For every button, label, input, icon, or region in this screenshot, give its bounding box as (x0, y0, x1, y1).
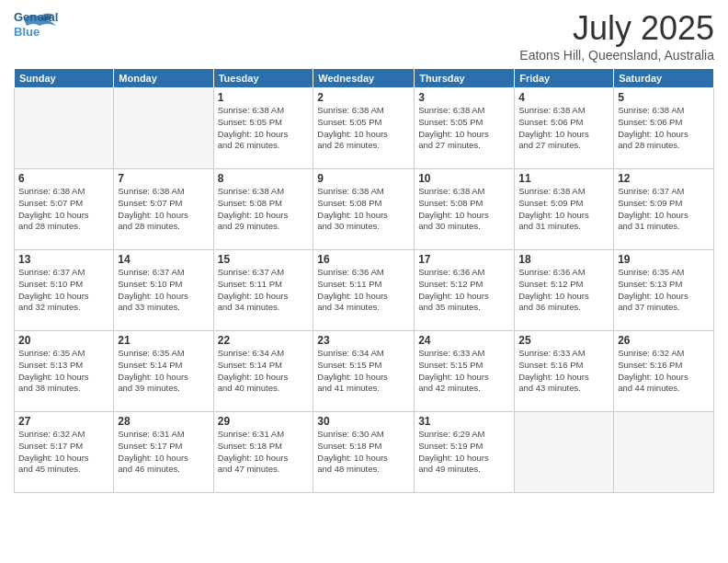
day-info: Sunrise: 6:37 AMSunset: 5:11 PMDaylight:… (218, 267, 310, 314)
day-info: Sunrise: 6:32 AMSunset: 5:17 PMDaylight:… (18, 429, 109, 476)
day-info: Sunrise: 6:36 AMSunset: 5:11 PMDaylight:… (317, 267, 410, 314)
calendar-cell (614, 412, 714, 493)
day-info: Sunrise: 6:29 AMSunset: 5:19 PMDaylight:… (418, 429, 510, 476)
day-number: 25 (518, 334, 609, 347)
day-number: 10 (418, 172, 510, 185)
calendar-cell (15, 88, 114, 169)
day-number: 6 (18, 172, 109, 185)
day-info: Sunrise: 6:37 AMSunset: 5:10 PMDaylight:… (18, 267, 109, 314)
day-number: 24 (418, 334, 510, 347)
day-info: Sunrise: 6:38 AMSunset: 5:05 PMDaylight:… (218, 105, 310, 152)
calendar-cell: 24Sunrise: 6:33 AMSunset: 5:15 PMDayligh… (415, 331, 515, 412)
day-info: Sunrise: 6:38 AMSunset: 5:06 PMDaylight:… (618, 105, 710, 152)
day-number: 11 (518, 172, 609, 185)
day-number: 18 (518, 253, 609, 266)
calendar-cell: 22Sunrise: 6:34 AMSunset: 5:14 PMDayligh… (213, 331, 313, 412)
day-number: 8 (218, 172, 310, 185)
day-info: Sunrise: 6:33 AMSunset: 5:15 PMDaylight:… (418, 348, 510, 395)
calendar-cell: 23Sunrise: 6:34 AMSunset: 5:15 PMDayligh… (313, 331, 415, 412)
day-number: 1 (218, 91, 310, 104)
calendar-cell: 10Sunrise: 6:38 AMSunset: 5:08 PMDayligh… (415, 169, 515, 250)
day-info: Sunrise: 6:38 AMSunset: 5:07 PMDaylight:… (18, 186, 109, 233)
day-info: Sunrise: 6:38 AMSunset: 5:07 PMDaylight:… (118, 186, 209, 233)
day-number: 17 (418, 253, 510, 266)
header-monday: Monday (114, 69, 213, 88)
day-number: 14 (118, 253, 209, 266)
day-info: Sunrise: 6:38 AMSunset: 5:08 PMDaylight:… (418, 186, 510, 233)
calendar-cell (515, 412, 614, 493)
day-info: Sunrise: 6:35 AMSunset: 5:13 PMDaylight:… (618, 267, 710, 314)
calendar-cell: 6Sunrise: 6:38 AMSunset: 5:07 PMDaylight… (15, 169, 114, 250)
day-number: 29 (218, 415, 310, 428)
week-row-4: 20Sunrise: 6:35 AMSunset: 5:13 PMDayligh… (15, 331, 714, 412)
calendar-cell: 2Sunrise: 6:38 AMSunset: 5:05 PMDaylight… (313, 88, 415, 169)
header-tuesday: Tuesday (213, 69, 313, 88)
calendar-cell: 31Sunrise: 6:29 AMSunset: 5:19 PMDayligh… (415, 412, 515, 493)
week-row-5: 27Sunrise: 6:32 AMSunset: 5:17 PMDayligh… (15, 412, 714, 493)
day-number: 4 (518, 91, 609, 104)
day-number: 27 (18, 415, 109, 428)
calendar-cell: 21Sunrise: 6:35 AMSunset: 5:14 PMDayligh… (114, 331, 213, 412)
calendar-cell: 11Sunrise: 6:38 AMSunset: 5:09 PMDayligh… (515, 169, 614, 250)
day-number: 16 (317, 253, 410, 266)
day-info: Sunrise: 6:37 AMSunset: 5:09 PMDaylight:… (618, 186, 710, 233)
header-wednesday: Wednesday (313, 69, 415, 88)
calendar-cell: 12Sunrise: 6:37 AMSunset: 5:09 PMDayligh… (614, 169, 714, 250)
calendar-cell: 28Sunrise: 6:31 AMSunset: 5:17 PMDayligh… (114, 412, 213, 493)
calendar-cell: 13Sunrise: 6:37 AMSunset: 5:10 PMDayligh… (15, 250, 114, 331)
title-area: July 2025 Eatons Hill, Queensland, Austr… (519, 9, 714, 63)
calendar-cell: 15Sunrise: 6:37 AMSunset: 5:11 PMDayligh… (213, 250, 313, 331)
calendar-table: Sunday Monday Tuesday Wednesday Thursday… (14, 68, 714, 493)
day-number: 30 (317, 415, 410, 428)
day-info: Sunrise: 6:38 AMSunset: 5:09 PMDaylight:… (518, 186, 609, 233)
page: General Blue July 2025 Eatons Hill, Quee… (0, 0, 728, 563)
day-number: 15 (218, 253, 310, 266)
calendar-cell: 8Sunrise: 6:38 AMSunset: 5:08 PMDaylight… (213, 169, 313, 250)
day-number: 20 (18, 334, 109, 347)
day-number: 5 (618, 91, 710, 104)
day-number: 22 (218, 334, 310, 347)
day-number: 13 (18, 253, 109, 266)
day-number: 28 (118, 415, 209, 428)
calendar-cell (114, 88, 213, 169)
header: General Blue July 2025 Eatons Hill, Quee… (14, 9, 714, 63)
day-info: Sunrise: 6:31 AMSunset: 5:18 PMDaylight:… (218, 429, 310, 476)
day-number: 12 (618, 172, 710, 185)
day-number: 2 (317, 91, 410, 104)
location: Eatons Hill, Queensland, Australia (519, 48, 714, 63)
week-row-1: 1Sunrise: 6:38 AMSunset: 5:05 PMDaylight… (15, 88, 714, 169)
calendar-cell: 14Sunrise: 6:37 AMSunset: 5:10 PMDayligh… (114, 250, 213, 331)
day-info: Sunrise: 6:38 AMSunset: 5:05 PMDaylight:… (418, 105, 510, 152)
calendar-cell: 18Sunrise: 6:36 AMSunset: 5:12 PMDayligh… (515, 250, 614, 331)
day-info: Sunrise: 6:36 AMSunset: 5:12 PMDaylight:… (418, 267, 510, 314)
calendar-cell: 5Sunrise: 6:38 AMSunset: 5:06 PMDaylight… (614, 88, 714, 169)
day-info: Sunrise: 6:38 AMSunset: 5:08 PMDaylight:… (317, 186, 410, 233)
day-info: Sunrise: 6:35 AMSunset: 5:14 PMDaylight:… (118, 348, 209, 395)
day-number: 3 (418, 91, 510, 104)
header-saturday: Saturday (614, 69, 714, 88)
day-info: Sunrise: 6:34 AMSunset: 5:14 PMDaylight:… (218, 348, 310, 395)
day-number: 31 (418, 415, 510, 428)
day-number: 23 (317, 334, 410, 347)
calendar-cell: 30Sunrise: 6:30 AMSunset: 5:18 PMDayligh… (313, 412, 415, 493)
calendar-cell: 9Sunrise: 6:38 AMSunset: 5:08 PMDaylight… (313, 169, 415, 250)
calendar-cell: 19Sunrise: 6:35 AMSunset: 5:13 PMDayligh… (614, 250, 714, 331)
day-info: Sunrise: 6:32 AMSunset: 5:16 PMDaylight:… (618, 348, 710, 395)
calendar-cell: 29Sunrise: 6:31 AMSunset: 5:18 PMDayligh… (213, 412, 313, 493)
day-number: 26 (618, 334, 710, 347)
logo-blue: Blue (14, 26, 40, 39)
day-info: Sunrise: 6:30 AMSunset: 5:18 PMDaylight:… (317, 429, 410, 476)
header-friday: Friday (515, 69, 614, 88)
calendar-cell: 26Sunrise: 6:32 AMSunset: 5:16 PMDayligh… (614, 331, 714, 412)
day-info: Sunrise: 6:37 AMSunset: 5:10 PMDaylight:… (118, 267, 209, 314)
logo-general: General (14, 11, 58, 24)
calendar-cell: 16Sunrise: 6:36 AMSunset: 5:11 PMDayligh… (313, 250, 415, 331)
calendar-cell: 17Sunrise: 6:36 AMSunset: 5:12 PMDayligh… (415, 250, 515, 331)
header-sunday: Sunday (15, 69, 114, 88)
calendar-cell: 20Sunrise: 6:35 AMSunset: 5:13 PMDayligh… (15, 331, 114, 412)
month-title: July 2025 (519, 9, 714, 48)
day-number: 19 (618, 253, 710, 266)
day-info: Sunrise: 6:38 AMSunset: 5:08 PMDaylight:… (218, 186, 310, 233)
day-info: Sunrise: 6:38 AMSunset: 5:06 PMDaylight:… (518, 105, 609, 152)
day-info: Sunrise: 6:34 AMSunset: 5:15 PMDaylight:… (317, 348, 410, 395)
